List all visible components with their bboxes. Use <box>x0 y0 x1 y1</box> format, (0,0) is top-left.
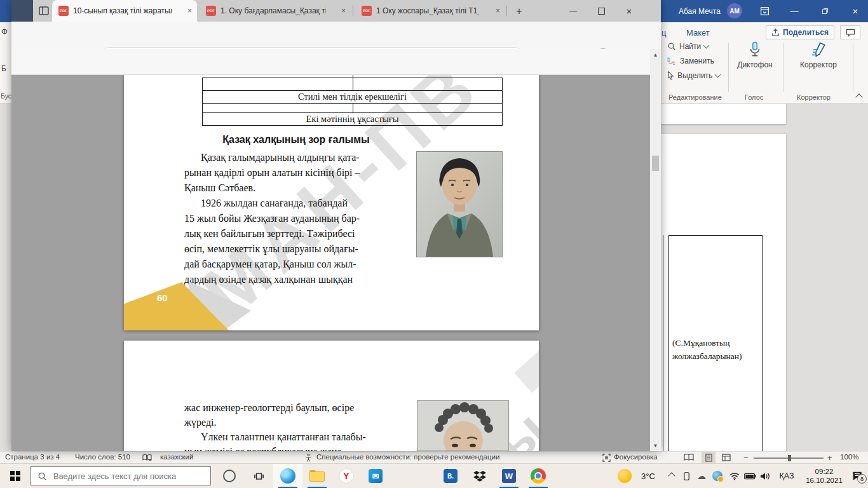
volume-icon[interactable] <box>757 464 773 488</box>
cursor-icon <box>667 71 674 80</box>
table-merged-row: Стилі мен тілдік ерекшелігі <box>202 92 503 102</box>
tab-plan-doc[interactable]: PDF 1 Оку жоспары_Қазақ тілі Т1_7 × <box>355 0 505 22</box>
table-line <box>202 125 503 126</box>
focus-mode-button[interactable]: Фокусировка <box>614 453 658 461</box>
start-button[interactable] <box>0 464 31 488</box>
language-indicator[interactable]: ҚАЗ <box>775 464 798 488</box>
cortana-button[interactable] <box>215 464 244 488</box>
replace-label: Заменить <box>680 57 714 65</box>
edge-window: PDF 10-сынып қазақ тілі жаратылыс × PDF … <box>11 0 661 451</box>
scrollbar-thumb[interactable] <box>652 156 659 171</box>
mail-icon: ✉ <box>369 469 383 483</box>
taskbar-dropbox[interactable] <box>465 464 494 488</box>
dictate-button[interactable]: Диктофон <box>732 41 778 69</box>
avatar[interactable]: AM <box>727 3 742 18</box>
scroll-up-icon[interactable]: ▲ <box>650 50 661 59</box>
proofing-icon[interactable] <box>142 454 152 461</box>
find-button[interactable]: Найти <box>667 42 709 51</box>
replace-button[interactable]: bc Заменить <box>667 57 714 65</box>
new-tab-button[interactable]: + <box>512 4 526 18</box>
word-statusbar: Страница 3 из 4 Число слов: 510 казахски… <box>0 451 868 463</box>
tab-close-icon[interactable]: × <box>182 6 197 15</box>
temperature-label[interactable]: 3°C <box>635 464 661 488</box>
accessibility-status[interactable]: Специальные возможности: проверьте реком… <box>316 453 499 461</box>
taskbar-yandex[interactable]: Y <box>332 464 361 488</box>
word-minimize-button[interactable]: — <box>782 0 807 22</box>
pdf-file-icon: PDF <box>206 6 216 16</box>
phone-link-icon[interactable] <box>679 464 694 488</box>
table-line <box>202 90 503 91</box>
search-icon <box>667 42 676 51</box>
edge-minimize-button[interactable]: — <box>559 0 587 22</box>
taskbar-search[interactable] <box>31 466 211 485</box>
battery-icon[interactable] <box>742 464 757 488</box>
weather-icon[interactable] <box>615 464 634 488</box>
taskbar: Y ✉ B. W 3°C ☁ <box>0 463 868 488</box>
page-info[interactable]: Страница 3 из 4 <box>5 453 60 461</box>
action-center-button[interactable]: 8 <box>848 464 867 488</box>
scroll-down-icon[interactable]: ▼ <box>650 441 661 450</box>
word-ribbon-tab-partial[interactable]: ц <box>661 28 666 37</box>
search-input[interactable] <box>52 471 201 482</box>
table-line <box>353 103 353 112</box>
editor-button[interactable]: Корректор <box>788 41 849 69</box>
desktop: Абая Мечта AM — × Ф Б Бус ц Макет Подели… <box>0 0 868 488</box>
taskbar-word[interactable]: W <box>494 464 524 488</box>
read-mode-icon[interactable] <box>684 454 694 461</box>
print-layout-icon[interactable] <box>702 452 715 463</box>
pdf-scrollbar[interactable]: ▲ ▼ <box>650 49 661 451</box>
pdf-file-icon: PDF <box>58 6 69 16</box>
task-view-button[interactable] <box>244 464 273 488</box>
article-heading: Қазақ халқының зор ғалымы <box>184 134 408 146</box>
vk-icon: B. <box>444 469 458 483</box>
zoom-slider-thumb[interactable] <box>788 455 791 461</box>
paragraph: Үлкен талантпен қанаттанған талабы- ның … <box>184 430 408 451</box>
word-tab-layout[interactable]: Макет <box>686 28 710 37</box>
tab-program-doc[interactable]: PDF 1. Оку бағдарламасы_Қазақ тілі × <box>200 0 351 22</box>
word-page[interactable]: (С.Мұқановтың жолжазбаларынан) <box>661 134 786 451</box>
edge-close-button[interactable]: × <box>615 0 643 22</box>
word-ribbon-button-partial: Б <box>1 64 12 73</box>
word-account-name: Абая Мечта <box>679 7 721 16</box>
select-button[interactable]: Выделить <box>667 71 720 80</box>
paragraph: жас инженер-геологтерді баулып, өсіре жү… <box>184 400 408 430</box>
tab-actions-icon[interactable] <box>38 5 50 17</box>
word-close-button[interactable]: × <box>843 0 868 22</box>
page-number: 60 <box>157 292 168 303</box>
taskbar-mail[interactable]: ✉ <box>361 464 390 488</box>
word-count[interactable]: Число слов: 510 <box>75 453 130 461</box>
language-status[interactable]: казахский <box>160 453 193 461</box>
pdf-page-60: АРМАН-ПВ Стилі мен тілдік ерекшелігі Екі… <box>124 75 539 330</box>
word-icon: W <box>502 469 516 483</box>
edge-maximize-button[interactable] <box>587 0 615 22</box>
tab-close-icon[interactable]: × <box>491 6 505 15</box>
tab-close-icon[interactable]: × <box>336 6 351 15</box>
zoom-in-button[interactable]: + <box>827 453 832 463</box>
taskbar-vk[interactable]: B. <box>436 464 465 488</box>
zoom-out-button[interactable]: − <box>743 453 749 463</box>
editor-label: Корректор <box>788 60 849 69</box>
app-notification-icon[interactable] <box>709 464 726 488</box>
folder-icon <box>309 470 325 482</box>
word-file-tab-partial[interactable]: Ф <box>1 27 12 36</box>
tab-label: 1 Оку жоспары_Қазақ тілі Т1_7 <box>376 6 479 15</box>
word-page-fragment <box>661 104 786 124</box>
svg-text:c: c <box>672 60 675 65</box>
ribbon-display-options-icon[interactable] <box>760 6 770 16</box>
comment-button[interactable] <box>840 25 860 39</box>
tab-current-pdf[interactable]: PDF 10-сынып қазақ тілі жаратылыс × <box>52 0 197 22</box>
zoom-percent[interactable]: 100% <box>840 453 858 461</box>
wifi-icon[interactable] <box>727 464 742 488</box>
word-restore-button[interactable] <box>812 0 837 22</box>
collapse-ribbon-icon[interactable] <box>855 93 862 100</box>
taskbar-edge[interactable] <box>273 464 302 488</box>
pdf-viewport[interactable]: АРМАН-ПВ Стилі мен тілдік ерекшелігі Екі… <box>11 75 661 451</box>
taskbar-explorer[interactable] <box>302 464 332 488</box>
onedrive-cloud-icon[interactable]: ☁ <box>694 464 709 488</box>
show-hidden-icons[interactable] <box>665 464 679 488</box>
taskbar-chrome[interactable] <box>524 464 553 488</box>
edge-navbar: ← → ↻ ⓘ Файл | C:/Users/admin/Documents/… <box>11 22 661 49</box>
clock[interactable]: 09:22 16.10.2021 <box>802 464 846 488</box>
web-layout-icon[interactable] <box>722 454 731 461</box>
share-button[interactable]: Поделиться <box>766 25 834 39</box>
